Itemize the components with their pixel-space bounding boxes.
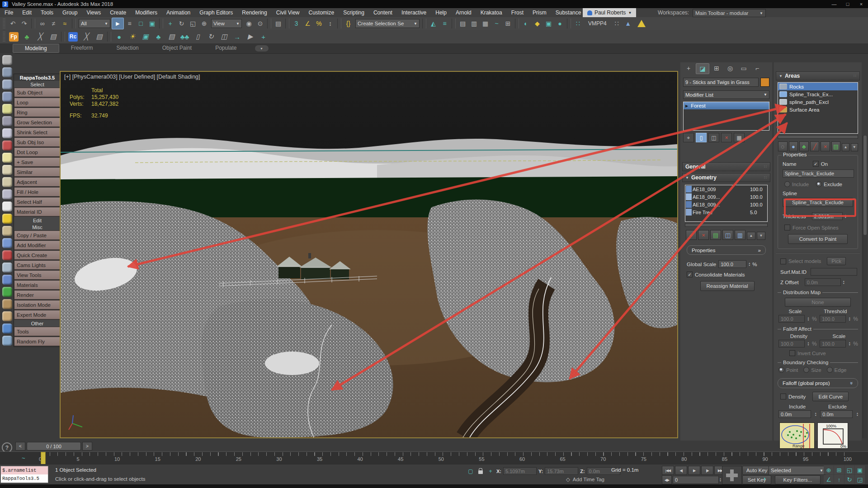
menu-item[interactable]: Rendering bbox=[237, 9, 271, 16]
rappatools-button[interactable]: Fill / Hole bbox=[14, 187, 61, 197]
rappatools-button[interactable]: Edit bbox=[14, 217, 61, 224]
material-editor-icon[interactable]: ◐ bbox=[520, 18, 532, 29]
add-geometry-icon[interactable]: + bbox=[686, 230, 697, 240]
areas-list-scrollbar[interactable] bbox=[778, 135, 858, 139]
render-window-icon[interactable] bbox=[2, 67, 12, 77]
menu-item[interactable]: Prism bbox=[528, 9, 551, 16]
next-frame-button[interactable]: > bbox=[82, 442, 92, 450]
modifier-list-select[interactable]: Modifier List▼ bbox=[683, 90, 769, 99]
physx-spheres-icon[interactable] bbox=[2, 250, 12, 260]
menu-item[interactable]: Customize bbox=[304, 9, 339, 16]
forward-arrow-icon[interactable]: → bbox=[231, 31, 244, 42]
area-name-field[interactable]: Spline_Track_Exclude bbox=[783, 169, 854, 178]
teapot-two-icon[interactable] bbox=[2, 189, 12, 199]
sun-positioner-icon[interactable] bbox=[2, 214, 12, 224]
menu-item[interactable]: Civil View bbox=[272, 9, 304, 16]
layers-icon[interactable]: ◫ bbox=[217, 31, 231, 42]
minimize-button[interactable]: — bbox=[827, 0, 841, 8]
bind-to-space-warp-icon[interactable]: ≈ bbox=[59, 18, 71, 29]
named-selection-set-select[interactable]: Create Selection Se▼ bbox=[355, 19, 420, 28]
menu-item[interactable]: Content bbox=[369, 9, 397, 16]
geometry-list-row[interactable]: AE18_009... 100.0 bbox=[685, 193, 767, 201]
rappatools-button[interactable]: Adjacent bbox=[14, 177, 61, 187]
z-offset-field[interactable]: 0.0m bbox=[805, 278, 841, 286]
hemisphere-icon[interactable] bbox=[2, 165, 12, 175]
menu-item[interactable]: Graph Editors bbox=[195, 9, 237, 16]
show-end-result-icon[interactable]: ▯ bbox=[696, 133, 707, 142]
object-name-field[interactable]: 9 - Sticks and Twigs in Grass bbox=[683, 78, 759, 87]
spinner-snap-icon[interactable]: ↕ bbox=[325, 18, 336, 29]
distribution-map-none-button[interactable]: None bbox=[785, 298, 851, 307]
menu-item[interactable]: Tools bbox=[36, 9, 58, 16]
viewport-label[interactable]: [+] [PhysCamera003] [User Defined] [Defa… bbox=[64, 74, 200, 80]
phoenix-shell-icon[interactable] bbox=[2, 311, 12, 321]
exclude-radio[interactable] bbox=[816, 181, 822, 187]
delete-geometry-icon[interactable]: × bbox=[698, 230, 709, 240]
maximize-viewport-icon[interactable]: ◲ bbox=[855, 475, 865, 484]
railclone-library-icon[interactable]: ▤ bbox=[93, 31, 106, 42]
rappatools-button[interactable]: Dot Loop bbox=[14, 147, 61, 157]
selection-lock-icon[interactable] bbox=[476, 468, 485, 475]
add-sphere-area-icon[interactable]: ● bbox=[789, 141, 798, 151]
rappatools-button[interactable]: Similar bbox=[14, 167, 61, 177]
select-and-move-icon[interactable]: + bbox=[165, 18, 176, 29]
grass-icon[interactable] bbox=[2, 287, 12, 297]
geometry-list-scrollbar[interactable] bbox=[685, 223, 768, 227]
selection-filter-select[interactable]: All▼ bbox=[79, 19, 110, 28]
flower-icon[interactable] bbox=[2, 275, 12, 285]
particle-view-icon[interactable]: ∷ bbox=[572, 18, 584, 29]
object-color-swatch[interactable] bbox=[760, 78, 769, 87]
percent-snap-icon[interactable]: % bbox=[313, 18, 325, 29]
prev-frame-icon[interactable]: ◀| bbox=[675, 466, 687, 475]
falloff-density-checkbox[interactable] bbox=[780, 394, 786, 399]
batch-camera-icon[interactable] bbox=[2, 141, 12, 150]
rappatools-button[interactable]: Loop bbox=[14, 98, 61, 107]
forest-trees-icon[interactable]: ♣ bbox=[20, 31, 33, 42]
ribbon-tab[interactable]: Freeform bbox=[59, 44, 105, 53]
spreadsheet-icon[interactable] bbox=[2, 92, 12, 102]
spinner-icon[interactable]: ▴▾ bbox=[720, 478, 721, 482]
unlink-selection-icon[interactable]: ≠ bbox=[48, 18, 59, 29]
go-to-start-icon[interactable]: |◀◀ bbox=[662, 466, 674, 475]
menu-item[interactable]: Views bbox=[82, 9, 105, 16]
area-down-icon[interactable]: ▼ bbox=[851, 143, 858, 151]
viewport[interactable]: [+] [PhysCamera003] [User Defined] [Defa… bbox=[60, 71, 678, 438]
rappatools-button[interactable]: Sub Object bbox=[14, 88, 61, 97]
reassign-material-button[interactable]: Reassign Material bbox=[700, 281, 755, 291]
ribbon-toggle-icon[interactable]: ▦ bbox=[480, 18, 491, 29]
move-up-icon[interactable]: ▲ bbox=[747, 232, 755, 240]
curve-view-icon[interactable]: ~ bbox=[22, 455, 25, 461]
areas-list-row[interactable]: Surface Area bbox=[778, 106, 858, 113]
paste-icon[interactable]: ▥ bbox=[735, 230, 745, 240]
rappatools-button[interactable]: Other bbox=[14, 320, 61, 327]
refresh-icon[interactable]: ↻ bbox=[204, 31, 217, 42]
zoom-extents-icon[interactable]: ◱ bbox=[844, 465, 854, 474]
layer-explorer-icon[interactable]: ▥ bbox=[468, 18, 480, 29]
frame-number-field[interactable]: 0 bbox=[673, 476, 719, 484]
tree-board-icon[interactable]: ▤ bbox=[165, 31, 178, 42]
menu-item[interactable]: Group bbox=[58, 9, 82, 16]
separator[interactable] bbox=[337, 19, 341, 28]
panel-scrollbar[interactable] bbox=[863, 136, 867, 438]
railclone-icon[interactable]: Rc bbox=[66, 31, 80, 42]
forest-library-icon[interactable]: ▤ bbox=[47, 31, 60, 42]
thickness-field[interactable]: 2.3315m bbox=[812, 212, 843, 220]
separator[interactable] bbox=[267, 19, 271, 28]
geometry-list-row[interactable]: AE18_009 100.0 bbox=[685, 185, 767, 193]
ribbon-tab[interactable]: Populate bbox=[203, 44, 248, 53]
set-keys-button[interactable] bbox=[722, 466, 742, 484]
add-list-area-icon[interactable]: ▤ bbox=[831, 141, 841, 151]
rappatools-button[interactable]: View Tools bbox=[14, 270, 61, 280]
move-down-icon[interactable]: ▼ bbox=[757, 232, 765, 240]
areas-list-row[interactable]: spline_path_Excl bbox=[778, 98, 858, 106]
rappatools-button[interactable]: Sub Obj Iso bbox=[14, 137, 61, 147]
play-icon[interactable]: ▶ bbox=[688, 466, 700, 475]
scene-explorer-icon[interactable]: ▤ bbox=[457, 18, 468, 29]
undo-icon[interactable]: ↶ bbox=[7, 18, 19, 29]
motion-tab-icon[interactable]: ◎ bbox=[724, 63, 736, 73]
menu-item[interactable]: Frost bbox=[507, 9, 528, 16]
falloff-global-expander[interactable]: Falloff (global props)» bbox=[778, 378, 858, 388]
terrain-cone-icon[interactable] bbox=[2, 202, 12, 211]
use-pivot-center-icon[interactable]: ◉ bbox=[243, 18, 255, 29]
point-radio[interactable] bbox=[778, 367, 784, 373]
